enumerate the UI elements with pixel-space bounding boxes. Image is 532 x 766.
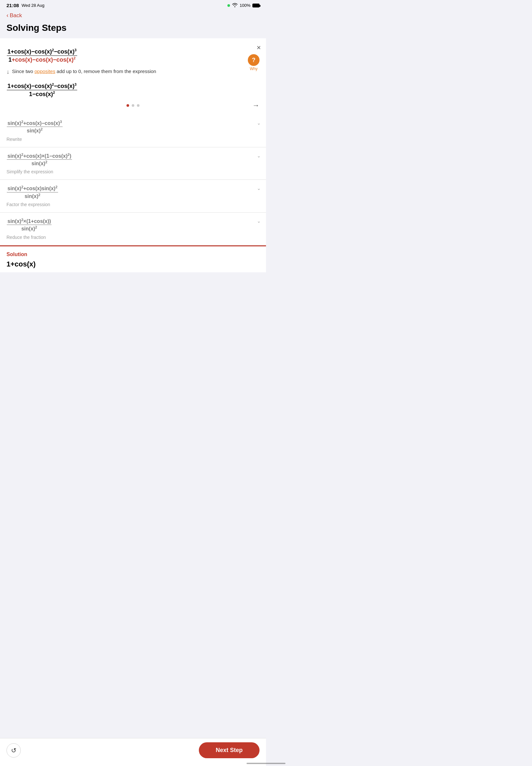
back-chevron-icon: ‹	[6, 12, 8, 19]
why-circle-icon: ?	[248, 54, 260, 66]
explanation-text: Since two opposites add up to 0, remove …	[12, 68, 156, 75]
solution-expression: 1+cos(x)	[6, 260, 260, 268]
close-button[interactable]: ×	[257, 43, 261, 52]
step-2-math: sin(x)2+cos(x)×(1−cos(x)2) sin(x)2	[6, 152, 260, 167]
step-chevron-icon-1: ⌄	[257, 120, 261, 126]
back-button[interactable]: ‹ Back	[0, 9, 266, 21]
opposites-link[interactable]: opposites	[34, 68, 55, 74]
next-arrow-button[interactable]: →	[252, 101, 260, 110]
why-button[interactable]: ? Why	[248, 54, 260, 71]
page-dots: →	[6, 100, 260, 109]
result-numerator: 1+cos(x)−cos(x)2−cos(x)3	[7, 82, 77, 90]
wifi-icon	[232, 3, 238, 8]
main-card: × 1+cos(x)−cos(x)2−cos(x)3 1+cos(x)−cos(…	[0, 38, 266, 115]
initial-denominator-red: 1+cos(x)−cos(x)−cos(x)2	[8, 56, 76, 63]
dot-2	[132, 104, 134, 107]
signal-dot-icon	[227, 4, 230, 7]
down-arrow-icon: ↓	[6, 68, 9, 75]
status-icons: 100%	[227, 3, 260, 8]
page-title: Solving Steps	[0, 21, 266, 38]
step-3-label: Factor the expression	[6, 202, 260, 207]
step-chevron-icon-4: ⌄	[257, 218, 261, 224]
step-item-reduce[interactable]: ⌄ sin(x)2×(1+cos(x)) sin(x)2 Reduce the …	[0, 213, 266, 245]
result-denominator: 1−cos(x)2	[29, 90, 56, 98]
back-label: Back	[10, 12, 22, 19]
battery-percent: 100%	[240, 3, 250, 8]
dot-3	[137, 104, 139, 107]
step-chevron-icon-2: ⌄	[257, 153, 261, 158]
result-fraction: 1+cos(x)−cos(x)2−cos(x)3 1−cos(x)2	[6, 79, 260, 100]
battery-icon	[252, 4, 260, 7]
step-1-math: sin(x)2+cos(x)−cos(x)3 sin(x)2	[6, 120, 260, 134]
step-item-factor[interactable]: ⌄ sin(x)2+cos(x)sin(x)2 sin(x)2 Factor t…	[0, 180, 266, 213]
status-date: Wed 28 Aug	[21, 3, 44, 8]
step-4-label: Reduce the fraction	[6, 235, 260, 240]
why-label: Why	[250, 67, 258, 71]
step-chevron-icon-3: ⌄	[257, 186, 261, 191]
status-time: 21:08	[6, 3, 19, 8]
steps-list: ⌄ sin(x)2+cos(x)−cos(x)3 sin(x)2 Rewrite…	[0, 115, 266, 272]
step-4-math: sin(x)2×(1+cos(x)) sin(x)2	[6, 218, 260, 232]
initial-numerator: 1+cos(x)−cos(x)2−cos(x)3	[7, 48, 77, 56]
status-bar: 21:08 Wed 28 Aug 100%	[0, 0, 266, 9]
step-2-label: Simplify the expression	[6, 169, 260, 174]
step-item-rewrite[interactable]: ⌄ sin(x)2+cos(x)−cos(x)3 sin(x)2 Rewrite	[0, 115, 266, 147]
step-item-simplify[interactable]: ⌄ sin(x)2+cos(x)×(1−cos(x)2) sin(x)2 Sim…	[0, 147, 266, 180]
step-3-math: sin(x)2+cos(x)sin(x)2 sin(x)2	[6, 185, 260, 199]
step-1-label: Rewrite	[6, 137, 260, 142]
dot-1	[127, 104, 129, 107]
explanation-row: ↓ Since two opposites add up to 0, remov…	[6, 65, 260, 79]
initial-fraction: 1+cos(x)−cos(x)2−cos(x)3 1+cos(x)−cos(x)…	[6, 45, 260, 65]
solution-label: Solution	[6, 251, 260, 257]
solution-section: Solution 1+cos(x)	[0, 245, 266, 272]
